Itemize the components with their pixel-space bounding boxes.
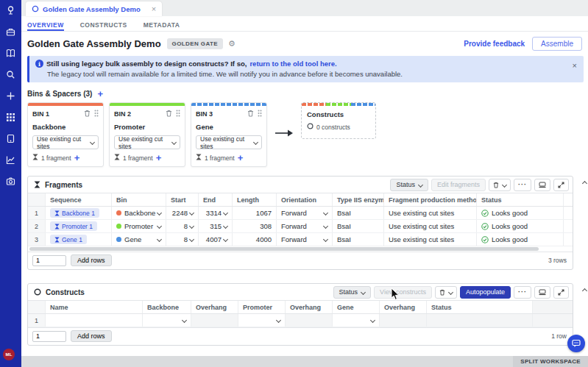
- tab-metadata[interactable]: METADATA: [144, 21, 180, 31]
- user-avatar[interactable]: ML: [3, 349, 15, 360]
- sequence-chip[interactable]: Gene 1: [50, 235, 87, 244]
- autopopulate-button[interactable]: Autopopulate: [460, 286, 511, 299]
- gear-icon[interactable]: ⚙: [228, 39, 235, 49]
- start-cell[interactable]: 8: [166, 220, 199, 232]
- fragments-panel: Fragments Status Edit fragments ··· Sequ…: [27, 176, 573, 270]
- search-icon[interactable]: [6, 69, 16, 79]
- length-cell: 4000: [233, 233, 277, 246]
- display-options-button[interactable]: [534, 286, 550, 299]
- sequence-chip[interactable]: Promoter 1: [50, 221, 97, 231]
- orientation-cell[interactable]: Forward: [277, 220, 333, 232]
- tab-golden-gate-assembly-demo[interactable]: Golden Gate Assembly Demo ×: [26, 1, 162, 16]
- drag-handle-icon[interactable]: [94, 110, 99, 118]
- expand-table-button[interactable]: [553, 286, 569, 299]
- backbone-select-cell[interactable]: [143, 314, 191, 327]
- main-area: Golden Gate Assembly Demo × OVERVIEW CON…: [21, 0, 588, 367]
- camera-icon[interactable]: [6, 176, 16, 186]
- add-bin-icon[interactable]: +: [97, 90, 103, 98]
- tab-constructs[interactable]: CONSTRUCTS: [80, 21, 127, 31]
- logo-icon[interactable]: [6, 5, 16, 15]
- method-cell: Use existing cut sites: [384, 233, 477, 246]
- promoter-select-cell[interactable]: [238, 314, 286, 327]
- assemble-button[interactable]: Assemble: [532, 37, 582, 51]
- start-cell[interactable]: 2248: [166, 207, 199, 219]
- end-cell[interactable]: 315: [199, 220, 233, 232]
- tab-overview[interactable]: OVERVIEW: [27, 21, 64, 31]
- trash-icon[interactable]: [247, 110, 254, 118]
- expand-table-button[interactable]: [553, 179, 569, 191]
- chevron-down-icon: [171, 140, 177, 145]
- start-cell[interactable]: 8: [166, 233, 199, 246]
- bin-card-3[interactable]: BIN 3 Gene Use existing cut sites 1 frag…: [191, 102, 267, 167]
- edit-fragments-button[interactable]: Edit fragments: [431, 179, 486, 191]
- bin-label: BIN 2: [114, 110, 131, 118]
- bin-label: BIN 1: [32, 110, 49, 118]
- name-cell[interactable]: [46, 314, 143, 327]
- add-rows-count-input[interactable]: [32, 331, 66, 342]
- delete-dropdown-button[interactable]: [435, 286, 457, 299]
- more-options-button[interactable]: ···: [514, 286, 531, 299]
- old-tool-link[interactable]: return to the old tool here.: [249, 60, 336, 68]
- design-icon: [32, 2, 39, 15]
- add-rows-count-input[interactable]: [32, 255, 66, 266]
- collapse-fragments-icon[interactable]: [582, 181, 587, 186]
- fragment-icon: [114, 154, 120, 162]
- add-fragment-icon[interactable]: +: [238, 154, 244, 162]
- bin-select-cell[interactable]: Backbone: [112, 207, 166, 219]
- chat-button[interactable]: [567, 335, 585, 352]
- bin-card-1[interactable]: BIN 1 Backbone Use existing cut sites 1 …: [27, 102, 104, 167]
- plus-icon[interactable]: [6, 90, 16, 101]
- orientation-cell[interactable]: Forward: [277, 233, 333, 246]
- drag-handle-icon[interactable]: [176, 110, 180, 118]
- fragment-row-1[interactable]: 1 Backbone 1 Backbone 2248 3314 1067 For…: [28, 207, 573, 220]
- trash-icon[interactable]: [84, 110, 91, 118]
- fragments-status-dropdown[interactable]: Status: [390, 179, 428, 191]
- device-icon[interactable]: [6, 133, 16, 143]
- horizontal-scrollbar[interactable]: [29, 247, 571, 251]
- add-rows-button[interactable]: Add rows: [71, 254, 112, 266]
- chart-icon[interactable]: [6, 154, 16, 165]
- more-options-button[interactable]: ···: [514, 179, 531, 191]
- display-options-button[interactable]: [534, 179, 550, 191]
- add-fragment-icon[interactable]: +: [156, 154, 162, 162]
- tab-close-icon[interactable]: ×: [152, 4, 156, 13]
- cut-sites-dropdown[interactable]: Use existing cut sites: [32, 135, 99, 149]
- sequence-chip[interactable]: Backbone 1: [50, 208, 99, 218]
- end-cell[interactable]: 4007: [199, 233, 233, 246]
- fragment-row-2[interactable]: 2 Promoter 1 Promoter 8 315 308 Forward …: [28, 220, 573, 233]
- construct-count: 0 constructs: [316, 124, 350, 131]
- view-constructs-button[interactable]: View constructs: [374, 286, 432, 299]
- fragments-title: Fragments: [45, 181, 82, 189]
- add-fragment-icon[interactable]: +: [74, 154, 80, 162]
- add-rows-button[interactable]: Add rows: [71, 330, 112, 342]
- fragment-icon: [34, 178, 40, 191]
- row-count-label: 1 row: [551, 332, 567, 340]
- orientation-cell[interactable]: Forward: [277, 207, 333, 219]
- fragment-row-3[interactable]: 3 Gene 1 Gene 8 4007 4000 Forward BsaI U…: [28, 233, 573, 246]
- briefcase-icon[interactable]: [6, 26, 16, 37]
- trash-icon[interactable]: [166, 110, 172, 118]
- drag-handle-icon[interactable]: [258, 110, 262, 118]
- assembly-type-badge: GOLDEN GATE: [167, 38, 223, 49]
- bin-card-2[interactable]: BIN 2 Promoter Use existing cut sites 1 …: [109, 102, 185, 167]
- method-cell: Use existing cut sites: [384, 220, 477, 232]
- bin-select-cell[interactable]: Promoter: [112, 220, 166, 232]
- constructs-card-title: Constructs: [307, 110, 370, 118]
- assembly-arrow-icon: [274, 128, 294, 141]
- construct-row-1[interactable]: 1: [28, 314, 573, 327]
- book-icon[interactable]: [6, 48, 16, 58]
- provide-feedback-link[interactable]: Provide feedback: [464, 40, 525, 48]
- constructs-status-dropdown[interactable]: Status: [333, 286, 372, 299]
- apps-grid-icon[interactable]: [6, 112, 16, 122]
- split-workspace-button[interactable]: SPLIT WORKSPACE: [513, 356, 588, 367]
- gene-select-cell[interactable]: [333, 314, 380, 327]
- fragment-count: 1 fragment: [205, 154, 235, 162]
- delete-dropdown-button[interactable]: [489, 179, 511, 191]
- bin-select-cell[interactable]: Gene: [112, 233, 166, 246]
- end-cell[interactable]: 3314: [199, 207, 233, 219]
- cut-sites-dropdown[interactable]: Use existing cut sites: [196, 135, 262, 149]
- cut-sites-dropdown[interactable]: Use existing cut sites: [114, 135, 180, 149]
- collapse-constructs-icon[interactable]: [582, 288, 587, 293]
- banner-close-icon[interactable]: ×: [573, 61, 577, 70]
- constructs-card[interactable]: Constructs 0 constructs: [301, 102, 376, 139]
